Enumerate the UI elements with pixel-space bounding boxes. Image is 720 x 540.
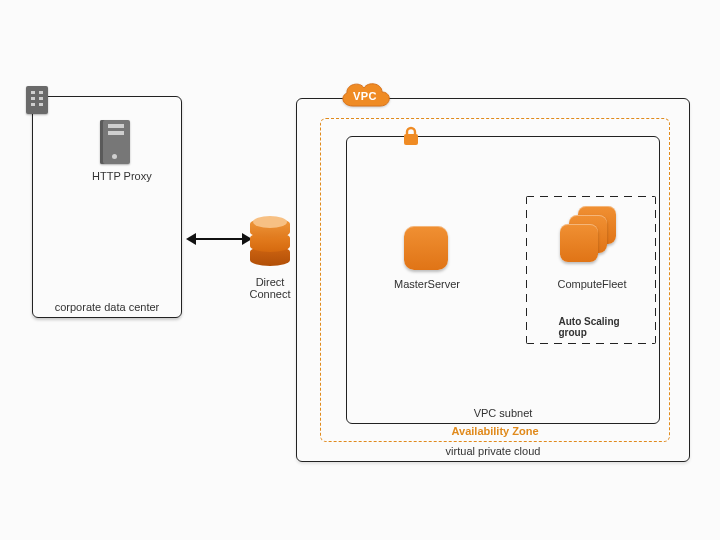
master-server-icon [404, 226, 448, 270]
direct-connect-label: Direct Connect [240, 276, 300, 300]
corporate-label: corporate data center [55, 301, 160, 313]
compute-fleet-icon [560, 206, 624, 270]
vpc-label: virtual private cloud [446, 445, 541, 457]
svg-rect-0 [404, 134, 418, 145]
vpc-badge-text: VPC [336, 90, 394, 102]
bidirectional-arrow-icon [188, 238, 250, 240]
vpc-subnet-label: VPC subnet [474, 407, 533, 419]
availability-zone-label: Availability Zone [451, 425, 538, 437]
compute-fleet-label: ComputeFleet [552, 278, 632, 290]
server-icon [100, 120, 130, 164]
direct-connect-icon [250, 218, 290, 270]
auto-scaling-group-label: Auto Scaling group [559, 316, 624, 338]
master-server-label: MasterServer [384, 278, 470, 290]
vpc-cloud-icon: VPC [336, 78, 394, 112]
lock-icon [402, 126, 420, 146]
building-icon [26, 86, 48, 114]
http-proxy-label: HTTP Proxy [92, 170, 152, 182]
